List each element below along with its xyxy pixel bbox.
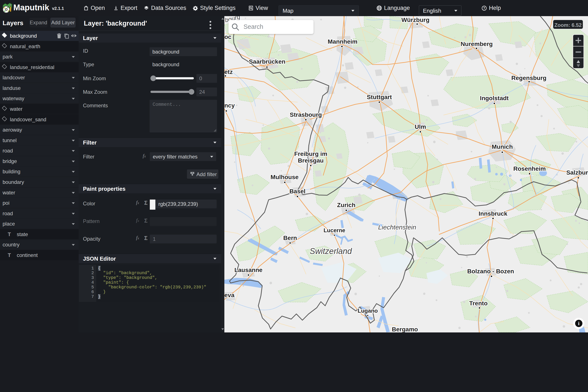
svg-text:Bergamo: Bergamo: [392, 326, 418, 332]
svg-text:oc: oc: [224, 34, 232, 40]
svg-text:Zurich: Zurich: [337, 202, 355, 208]
svg-text:Ulm: Ulm: [415, 124, 426, 130]
svg-text:Mulhouse: Mulhouse: [271, 174, 299, 180]
svg-text:Lausanne: Lausanne: [235, 267, 263, 273]
svg-text:Trento: Trento: [469, 300, 488, 307]
svg-text:Strasbourg: Strasbourg: [290, 112, 322, 118]
svg-text:Freiburg im: Freiburg im: [294, 150, 327, 157]
svg-text:Rosenheim: Rosenheim: [513, 165, 546, 172]
svg-text:Innsbruck: Innsbruck: [479, 210, 507, 217]
svg-text:Munich: Munich: [492, 144, 513, 150]
svg-text:Saarbrücken: Saarbrücken: [249, 58, 286, 65]
svg-text:Liechtenstein: Liechtenstein: [378, 224, 416, 231]
svg-text:Stuttgart: Stuttgart: [367, 94, 392, 100]
svg-text:?: ?: [483, 6, 485, 10]
svg-text:Würzburg: Würzburg: [401, 16, 430, 23]
svg-text:ncy: ncy: [224, 102, 235, 109]
svg-text:etz: etz: [224, 68, 233, 75]
svg-text:Basel: Basel: [290, 188, 305, 194]
svg-text:Salzburg: Salzburg: [566, 169, 588, 176]
svg-text:Mannheim: Mannheim: [328, 38, 357, 45]
svg-text:Lucerne: Lucerne: [323, 227, 345, 234]
svg-text:Bern: Bern: [283, 234, 297, 241]
svg-text:Ingolstadt: Ingolstadt: [480, 95, 509, 102]
svg-text:Bolzano - Bozen: Bolzano - Bozen: [467, 268, 514, 274]
svg-text:Lugano: Lugano: [358, 308, 378, 314]
svg-text:Regensburg: Regensburg: [511, 74, 546, 81]
svg-text:eva: eva: [224, 292, 235, 298]
svg-text:Nuremberg: Nuremberg: [461, 41, 493, 47]
svg-text:Breisgau: Breisgau: [298, 157, 324, 164]
svg-text:Switzerland: Switzerland: [310, 247, 352, 256]
